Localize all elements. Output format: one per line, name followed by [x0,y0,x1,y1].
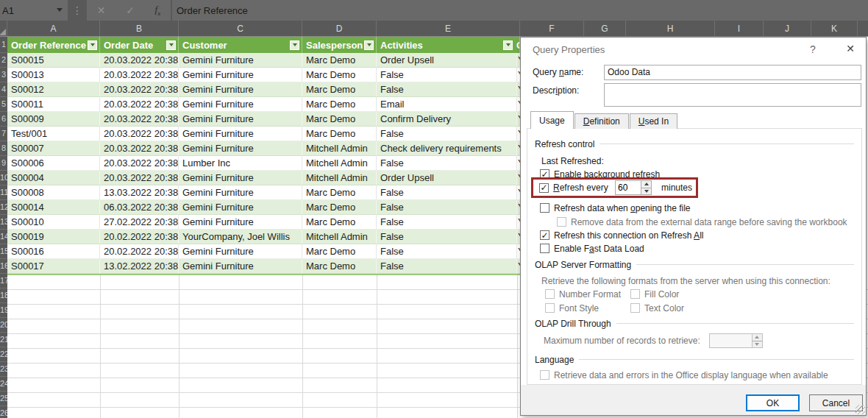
row-header[interactable]: 2 [0,53,7,68]
cell-customer[interactable]: Gemini Furniture [179,185,302,200]
column-header-b[interactable]: B [100,21,179,36]
cell-activities[interactable]: Order Upsell [377,171,517,185]
cell-salesperson[interactable]: Marc Demo [302,215,377,230]
row-header[interactable]: 14 [0,230,7,244]
cell-activities[interactable]: False [377,156,517,171]
cell-salesperson[interactable]: Mitchell Admin [302,156,377,171]
cell-activities[interactable]: False [377,230,517,244]
refresh-minutes-input[interactable] [615,180,641,195]
resize-grip-icon[interactable] [855,405,865,414]
cell-salesperson[interactable]: Marc Demo [302,97,377,112]
name-box-dropdown-icon[interactable] [57,8,63,12]
filter-button[interactable] [88,40,97,50]
header-order-reference[interactable]: Order Reference [7,37,100,53]
column-header-c[interactable]: C [179,21,302,36]
cell-order-date[interactable]: 20.03.2022 20:38 [100,156,179,171]
cell-customer[interactable]: Gemini Furniture [179,68,302,82]
cell-order-date[interactable]: 13.02.2022 20:38 [100,259,179,274]
column-header-e[interactable]: E [377,21,520,36]
ok-button[interactable]: OK [746,394,800,411]
filter-button[interactable] [166,40,176,50]
office-language-checkbox[interactable] [540,370,549,380]
spinner-up-button[interactable] [641,181,651,188]
row-header[interactable]: 5 [0,97,7,112]
enter-entry-icon[interactable]: ✓ [126,4,135,16]
column-header-i[interactable]: I [715,21,764,36]
cell-activities[interactable]: Order Upsell [377,53,517,68]
header-salesperson[interactable]: Salesperson [302,37,377,53]
column-header-a[interactable]: A [7,21,100,36]
column-header-k[interactable]: K [811,21,858,36]
cell-salesperson[interactable]: Marc Demo [302,244,377,259]
query-name-input[interactable] [604,65,861,80]
cell-order-reference[interactable]: S00010 [7,215,100,230]
header-order-date[interactable]: Order Date [100,37,179,53]
cell-salesperson[interactable]: Marc Demo [302,82,377,97]
column-header-j[interactable]: J [764,21,811,36]
column-header-g[interactable]: G [584,21,626,36]
cell-customer[interactable]: Gemini Furniture [179,244,302,259]
cell-order-reference[interactable]: S00011 [7,97,100,112]
cell-order-reference[interactable]: S00015 [7,53,100,68]
cell-order-date[interactable]: 20.03.2022 20:38 [100,97,179,112]
remove-data-checkbox[interactable] [557,217,566,227]
cell-customer[interactable]: Gemini Furniture [179,97,302,112]
cell-order-reference[interactable]: S00013 [7,68,100,82]
header-customer[interactable]: Customer [179,37,302,53]
row-header[interactable]: 8 [0,141,7,156]
cell-customer[interactable]: Gemini Furniture [179,171,302,185]
text-color-checkbox[interactable] [630,303,640,313]
header-activities[interactable]: ActivitiesC [377,37,520,53]
cell-order-reference[interactable]: S00009 [7,112,100,127]
help-icon[interactable]: ? [805,43,820,55]
cell-order-date[interactable]: 20.03.2022 20:38 [100,141,179,156]
font-style-checkbox[interactable] [545,303,555,313]
row-header[interactable]: 7 [0,127,7,141]
row-header[interactable]: 4 [0,82,7,97]
insert-function-icon[interactable]: fx [155,4,161,17]
cell-salesperson[interactable]: Mitchell Admin [302,141,377,156]
row-header[interactable]: 13 [0,215,7,230]
cell-salesperson[interactable]: Mitchell Admin [302,171,377,185]
cell-order-date[interactable]: 20.02.2022 20:38 [100,230,179,244]
number-format-checkbox[interactable] [545,289,555,299]
cell-customer[interactable]: Gemini Furniture [179,141,302,156]
cell-customer[interactable]: Gemini Furniture [179,112,302,127]
cell-salesperson[interactable]: Marc Demo [302,53,377,68]
cell-order-reference[interactable]: S00017 [7,259,100,274]
cell-customer[interactable]: Lumber Inc [179,156,302,171]
cell-customer[interactable]: Gemini Furniture [179,82,302,97]
description-input[interactable] [604,83,861,107]
row-header[interactable]: 1 [0,37,7,53]
cell-order-reference[interactable]: S00004 [7,171,100,185]
row-header[interactable]: 11 [0,185,7,200]
cell-customer[interactable]: Gemini Furniture [179,53,302,68]
cell-order-reference[interactable]: S00006 [7,156,100,171]
cell-customer[interactable]: Gemini Furniture [179,200,302,215]
row-header[interactable]: 15 [0,244,7,259]
row-header[interactable]: 20 [0,318,7,333]
cell-order-reference[interactable]: S00008 [7,185,100,200]
cell-order-reference[interactable]: S00007 [7,141,100,156]
tab-used-in[interactable]: Used In [630,113,677,129]
cell-activities[interactable]: False [377,200,517,215]
cell-order-date[interactable]: 20.03.2022 20:38 [100,112,179,127]
row-header[interactable]: 18 [0,288,7,303]
column-header-f[interactable]: F [520,21,584,36]
spinner-up-button[interactable] [753,334,762,341]
cell-activities[interactable]: False [377,68,517,82]
cancel-entry-icon[interactable]: ✕ [97,4,106,16]
row-header[interactable]: 16 [0,259,7,274]
cell-activities[interactable]: False [377,185,517,200]
cell-activities[interactable]: Check delivery requirements [377,141,517,156]
row-header[interactable]: 10 [0,171,7,185]
row-header[interactable]: 22 [0,347,7,362]
cell-activities[interactable]: False [377,244,517,259]
row-header[interactable]: 9 [0,156,7,171]
tab-usage[interactable]: Usage [530,111,574,129]
cell-order-date[interactable]: 20.03.2022 20:38 [100,53,179,68]
cell-customer[interactable]: YourCompany, Joel Willis [179,230,302,244]
row-header[interactable]: 6 [0,112,7,127]
spinner-down-button[interactable] [641,188,651,195]
filter-button[interactable] [290,40,299,50]
